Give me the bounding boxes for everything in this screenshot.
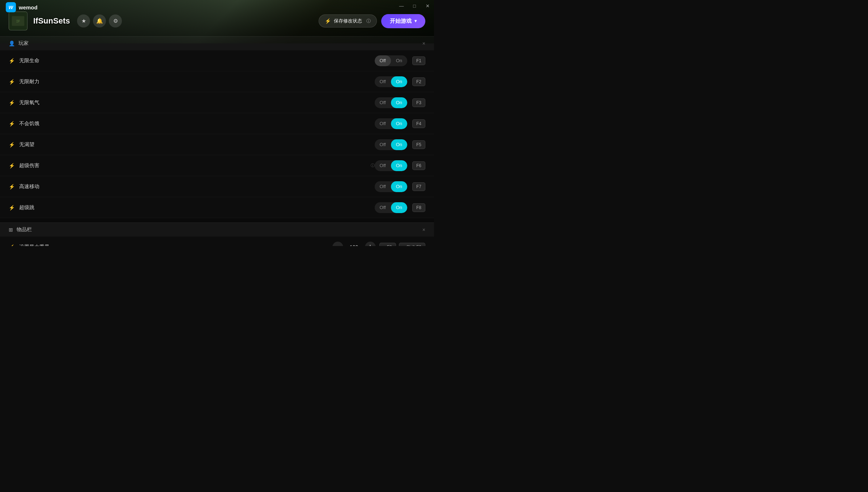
hotkey-up-label: F9 [387,245,392,246]
maximize-button[interactable]: □ [411,2,418,9]
toggle-infinite-life[interactable]: Off On [375,55,407,66]
stepper-controls-max-weight: − 100 + ↑ F9 ↓ Shift F9 [332,242,425,246]
bolt-icon-super-jump: ⚡ [9,205,15,211]
sliders-icon: ⚙ [113,18,118,24]
section-header-inventory: ⊞ 物品栏 × [0,222,434,237]
toggle-infinite-stamina[interactable]: Off On [375,76,407,87]
chevron-down-icon: ▾ [414,18,417,24]
mod-row-no-thirst: ⚡ 无渴望 Off On F5 [0,134,434,155]
header-icon-group: ★ 🔔 ⚙ [77,14,122,27]
mod-controls-infinite-stamina: Off On F2 [375,76,425,87]
toggle-no-thirst[interactable]: Off On [375,139,407,150]
toggle-off-infinite-oxygen[interactable]: Off [375,97,391,108]
bolt-icon-infinite-stamina: ⚡ [9,79,15,85]
toggle-no-hunger[interactable]: Off On [375,118,407,129]
hotkey-down-max-weight: ↓ Shift F9 [399,243,425,246]
close-button[interactable]: ✕ [424,2,431,9]
window-controls: — □ ✕ [398,2,431,9]
section-header-player: 👤 玩家 × [0,36,434,50]
toggle-on-infinite-oxygen[interactable]: On [391,97,407,108]
mod-controls-no-hunger: Off On F4 [375,118,425,129]
toggle-high-speed[interactable]: Off On [375,181,407,192]
hotkey-super-jump: F8 [412,203,425,212]
toggle-off-super-jump[interactable]: Off [375,202,391,213]
hotkey-no-thirst: F5 [412,140,425,149]
bolt-icon: ⚡ [325,18,331,24]
toggle-off-super-damage[interactable]: Off [375,160,391,171]
mod-name-high-speed: 高速移动 [19,183,375,190]
start-game-button[interactable]: 开始游戏 ▾ [381,14,425,28]
toggle-off-infinite-stamina[interactable]: Off [375,76,391,87]
mod-name-no-hunger: 不会饥饿 [19,120,375,127]
hotkey-no-hunger: F4 [412,119,425,128]
logo-text: wemod [19,4,38,10]
minimize-button[interactable]: — [398,2,405,9]
stepper-increase-button[interactable]: + [365,242,376,246]
arrow-up-icon: ↑ [383,245,386,246]
player-section-title: 玩家 [18,40,29,47]
super-damage-info-icon[interactable]: ⓘ [371,163,375,168]
inventory-section-collapse[interactable]: × [422,227,425,233]
game-title: IfSunSets [33,16,70,26]
bolt-icon-max-weight: ⚡ [9,244,15,246]
inventory-section-icon: ⊞ [9,227,13,233]
stepper-value-max-weight: 100 [347,244,361,246]
hotkey-down-label: Shift F9 [407,245,421,246]
toggle-on-high-speed[interactable]: On [391,181,407,192]
stepper-row-max-weight: ⚡ 设置最大重量 − 100 + ↑ F9 ↓ Shift F9 [0,237,434,246]
toggle-off-no-thirst[interactable]: Off [375,139,391,150]
hotkey-up-max-weight: ↑ F9 [379,243,396,246]
favorite-button[interactable]: ★ [77,14,90,27]
toggle-off-high-speed[interactable]: Off [375,181,391,192]
toggle-on-super-damage[interactable]: On [391,160,407,171]
toggle-super-jump[interactable]: Off On [375,202,407,213]
hotkey-infinite-stamina: F2 [412,77,425,86]
bell-icon: 🔔 [96,18,103,24]
mod-row-infinite-oxygen: ⚡ 无限氧气 Off On F3 [0,92,434,113]
mod-row-high-speed: ⚡ 高速移动 Off On F7 [0,176,434,197]
star-icon: ★ [81,18,86,24]
header-right-controls: ⚡ 保存修改状态 ⓘ 开始游戏 ▾ [319,14,425,28]
mod-name-super-jump: 超级跳 [19,204,375,211]
bolt-icon-infinite-life: ⚡ [9,58,15,64]
section-gap [0,218,434,222]
toggle-infinite-oxygen[interactable]: Off On [375,97,407,108]
toggle-super-damage[interactable]: Off On [375,160,407,171]
toggle-on-no-thirst[interactable]: On [391,139,407,150]
toggle-off-infinite-life[interactable]: Off [375,55,391,66]
toggle-on-no-hunger[interactable]: On [391,118,407,129]
window-controls-bar: w wemod — □ ✕ [0,0,434,12]
save-state-button[interactable]: ⚡ 保存修改状态 ⓘ [319,14,377,27]
mod-name-no-thirst: 无渴望 [19,141,375,148]
bolt-icon-infinite-oxygen: ⚡ [9,100,15,106]
bolt-icon-no-hunger: ⚡ [9,121,15,127]
mod-controls-high-speed: Off On F7 [375,181,425,192]
logo-icon: w [6,2,16,12]
hotkey-infinite-oxygen: F3 [412,98,425,107]
mod-name-infinite-life: 无限生命 [19,58,375,64]
toggle-off-no-hunger[interactable]: Off [375,118,391,129]
arrow-down-icon: ↓ [403,245,405,246]
stepper-decrease-button[interactable]: − [332,242,343,246]
mod-name-super-damage: 超级伤害 [19,162,369,169]
mod-controls-infinite-oxygen: Off On F3 [375,97,425,108]
toggle-on-super-jump[interactable]: On [391,202,407,213]
main-content: 👤 玩家 × ⚡ 无限生命 Off On F1 ⚡ 无限耐力 Off On F2… [0,36,434,246]
hotkey-super-damage: F6 [412,161,425,170]
start-btn-label: 开始游戏 [390,18,412,25]
mod-row-super-jump: ⚡ 超级跳 Off On F8 [0,197,434,218]
toggle-on-infinite-life[interactable]: On [391,55,407,66]
game-thumbnail: IF [9,12,27,30]
mod-row-super-damage: ⚡ 超级伤害 ⓘ Off On F6 [0,155,434,176]
mod-controls-super-jump: Off On F8 [375,202,425,213]
toggle-on-infinite-stamina[interactable]: On [391,76,407,87]
mod-name-infinite-stamina: 无限耐力 [19,79,375,85]
mod-row-infinite-life: ⚡ 无限生命 Off On F1 [0,50,434,71]
mod-name-infinite-oxygen: 无限氧气 [19,99,375,106]
save-btn-label: 保存修改状态 [334,18,362,24]
notification-button[interactable]: 🔔 [93,14,106,27]
mod-controls-super-damage: Off On F6 [375,160,425,171]
player-section-icon: 👤 [9,41,15,46]
menu-button[interactable]: ⚙ [109,14,122,27]
player-section-collapse[interactable]: × [422,41,425,46]
